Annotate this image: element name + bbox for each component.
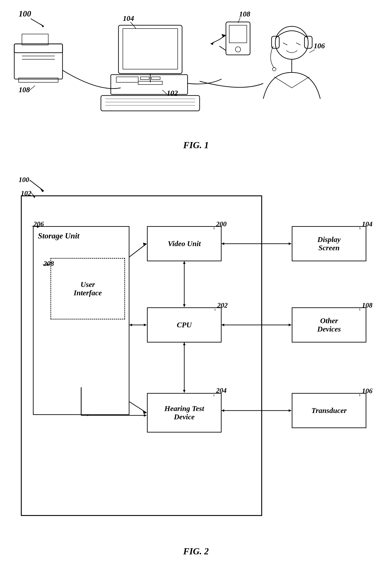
svg-text:100: 100 <box>19 9 31 18</box>
ref-108: 108 <box>362 301 373 309</box>
display-screen-label: DisplayScreen <box>317 235 341 252</box>
svg-rect-3 <box>14 44 63 79</box>
hearing-test-box: Hearing Test Device <box>147 393 222 433</box>
video-unit-box: Video Unit <box>147 226 222 261</box>
fig2-caption: FIG. 2 <box>0 546 392 557</box>
svg-marker-86 <box>289 242 291 245</box>
svg-point-32 <box>235 47 241 52</box>
svg-text:104: 104 <box>123 14 134 22</box>
cpu-label: CPU <box>177 321 192 329</box>
svg-marker-89 <box>289 324 291 326</box>
storage-unit-box: Storage Unit User Interface <box>33 226 129 415</box>
svg-line-36 <box>219 46 226 50</box>
ref-106: 106 <box>362 387 373 395</box>
ref-202: 202 <box>217 301 228 309</box>
svg-rect-31 <box>229 25 247 43</box>
svg-rect-22 <box>101 96 200 111</box>
ref-208: 208 <box>43 260 54 268</box>
svg-text:108: 108 <box>19 86 30 94</box>
storage-unit-label: Storage Unit <box>38 231 79 240</box>
ref-100-fig2: 100 <box>19 176 29 184</box>
svg-line-27 <box>162 90 167 94</box>
svg-line-47 <box>30 180 44 191</box>
ref-200: 200 <box>216 220 227 228</box>
svg-line-41 <box>283 43 287 45</box>
other-devices-box: OtherDevices <box>292 307 366 343</box>
svg-rect-14 <box>118 25 182 73</box>
svg-line-42 <box>296 43 301 45</box>
cpu-box: CPU <box>147 307 222 343</box>
svg-rect-30 <box>226 22 250 55</box>
svg-marker-48 <box>40 188 44 192</box>
display-screen-box: DisplayScreen <box>292 226 366 261</box>
ref-204: 204 <box>216 386 227 394</box>
video-unit-label: Video Unit <box>168 240 201 248</box>
svg-rect-15 <box>123 29 178 69</box>
svg-marker-2 <box>41 24 44 28</box>
transducer-box: Transducer <box>292 393 366 428</box>
svg-rect-20 <box>140 77 149 79</box>
fig2-section: 100 102 Storage Unit User Interface 206 … <box>0 171 392 562</box>
user-interface-box: User Interface <box>50 258 125 319</box>
other-devices-label: OtherDevices <box>317 317 341 333</box>
svg-text:106: 106 <box>314 42 325 50</box>
svg-text:102: 102 <box>167 89 178 97</box>
svg-rect-9 <box>19 78 58 82</box>
svg-marker-92 <box>289 409 291 412</box>
ref-206: 206 <box>33 220 44 228</box>
ref-104: 104 <box>362 220 373 228</box>
user-interface-label: User Interface <box>74 280 102 297</box>
svg-point-40 <box>275 26 308 59</box>
hearing-test-label: Hearing Test Device <box>164 405 204 421</box>
fig1-section: 100 108 104 <box>0 0 392 154</box>
ref100-arrow <box>0 171 66 198</box>
fig1-diagram: 100 108 104 <box>0 0 392 136</box>
fig1-caption: FIG. 1 <box>0 138 392 150</box>
svg-rect-8 <box>22 34 48 45</box>
svg-text:108: 108 <box>239 10 250 18</box>
transducer-label: Transducer <box>311 406 347 415</box>
svg-rect-21 <box>151 77 160 79</box>
svg-rect-19 <box>116 77 138 82</box>
svg-line-39 <box>309 50 315 53</box>
ref-102-fig2: 102 <box>21 189 31 197</box>
